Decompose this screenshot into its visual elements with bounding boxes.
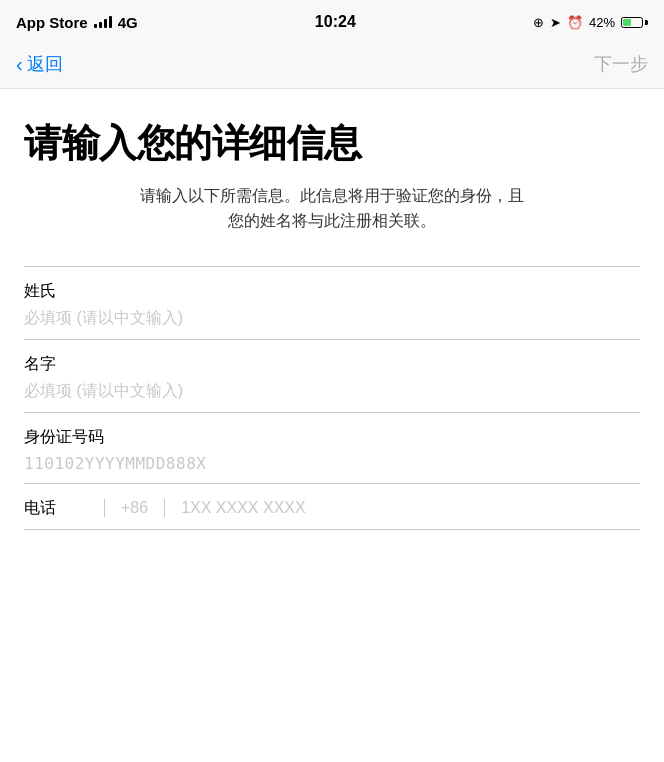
chevron-left-icon: ‹	[16, 54, 23, 74]
navigation-bar: ‹ 返回 下一步	[0, 44, 664, 89]
network-type: 4G	[118, 14, 138, 31]
battery-percent: 42%	[589, 15, 615, 30]
id-number-label: 身份证号码	[24, 427, 640, 448]
system-status: ⊕ ➤ ⏰ 42%	[533, 15, 648, 30]
firstname-input[interactable]: 必填项 (请以中文输入)	[24, 381, 640, 402]
phone-field: 电话 +86 1XX XXXX XXXX	[24, 484, 640, 530]
location-icon: ⊕	[533, 15, 544, 30]
page-title: 请输入您的详细信息	[24, 121, 640, 167]
firstname-field: 名字 必填项 (请以中文输入)	[24, 340, 640, 413]
carrier-info: App Store 4G	[16, 14, 138, 31]
page-subtitle: 请输入以下所需信息。此信息将用于验证您的身份，且您的姓名将与此注册相关联。	[24, 183, 640, 234]
battery-icon	[621, 17, 648, 28]
phone-label: 电话	[24, 498, 104, 519]
form: 姓氏 必填项 (请以中文输入) 名字 必填项 (请以中文输入) 身份证号码 11…	[24, 266, 640, 530]
carrier-name: App Store	[16, 14, 88, 31]
lastname-label: 姓氏	[24, 281, 640, 302]
id-number-field: 身份证号码 110102YYYYMMDD888X	[24, 413, 640, 484]
back-button[interactable]: ‹ 返回	[16, 52, 63, 76]
country-code[interactable]: +86	[104, 499, 165, 517]
lastname-input[interactable]: 必填项 (请以中文输入)	[24, 308, 640, 329]
firstname-label: 名字	[24, 354, 640, 375]
subtitle-text: 请输入以下所需信息。此信息将用于验证您的身份，且您的姓名将与此注册相关联。	[140, 187, 524, 230]
main-content: 请输入您的详细信息 请输入以下所需信息。此信息将用于验证您的身份，且您的姓名将与…	[0, 89, 664, 554]
id-number-input[interactable]: 110102YYYYMMDD888X	[24, 454, 640, 473]
navigation-icon: ➤	[550, 15, 561, 30]
status-bar: App Store 4G 10:24 ⊕ ➤ ⏰ 42%	[0, 0, 664, 44]
phone-number-input[interactable]: 1XX XXXX XXXX	[165, 499, 640, 517]
next-button[interactable]: 下一步	[594, 52, 648, 76]
signal-icon	[94, 16, 112, 28]
alarm-icon: ⏰	[567, 15, 583, 30]
time-display: 10:24	[315, 13, 356, 31]
lastname-field: 姓氏 必填项 (请以中文输入)	[24, 267, 640, 340]
back-label: 返回	[27, 52, 63, 76]
